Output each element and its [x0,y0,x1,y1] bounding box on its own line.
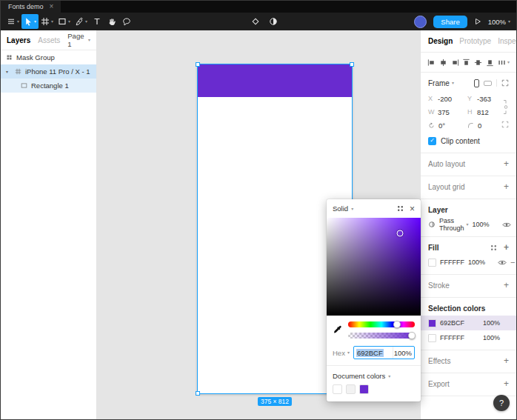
tab-design[interactable]: Design [428,37,453,45]
shape-tool-button[interactable]: ▾ [56,14,73,29]
x-position-input[interactable]: X -200 [428,95,467,103]
align-top-icon[interactable] [462,59,470,67]
move-tool-button[interactable]: ▾ [21,14,39,29]
toolbar: ▾ ▾ ▾ ▾ ▾ [1,13,516,30]
document-tab[interactable]: Fonts demo × [1,1,61,13]
fill-color-swatch[interactable] [428,259,436,267]
color-cursor[interactable] [397,230,404,237]
share-button[interactable]: Share [433,16,467,28]
fill-opacity-input[interactable]: 100% [468,259,494,266]
landscape-orientation-button[interactable] [484,81,492,86]
layer-opacity-input[interactable]: 100% [473,221,498,228]
color-swatch[interactable] [428,319,436,327]
frame-tool-button[interactable]: ▾ [39,14,56,29]
chevron-down-icon: ▾ [85,19,87,24]
frame-tool-icon [41,17,50,26]
portrait-orientation-button[interactable] [474,79,479,87]
close-tab-icon[interactable]: × [50,3,54,10]
present-button[interactable] [474,18,481,25]
selection-colors-section: Selection colors 692BCF 100% FFFFFF 100% [421,298,516,350]
resize-to-fit-button[interactable] [496,79,509,87]
expand-caret-icon[interactable]: ▾ [6,69,11,74]
fill-hex-input[interactable]: FFFFFF [440,259,464,266]
opacity-input[interactable]: 100% [393,347,414,359]
color-swatch[interactable] [428,334,436,342]
auto-layout-section: Auto layout + [421,153,516,176]
text-tool-button[interactable] [90,14,104,29]
export-title: Export [428,380,450,388]
align-right-icon[interactable] [451,59,459,67]
selection-color-row[interactable]: 692BCF 100% [421,316,516,330]
y-position-input[interactable]: Y -363 [467,95,507,103]
height-input[interactable]: H 812 [467,108,507,116]
alpha-slider-thumb[interactable] [408,332,416,339]
zoom-select[interactable]: 100% ▾ [488,18,510,26]
eyedropper-button[interactable] [333,325,342,335]
add-auto-layout-button[interactable]: + [504,159,509,168]
frame-preset-select[interactable]: Frame [428,79,450,87]
add-stroke-button[interactable]: + [504,281,509,290]
layer-name: Mask Group [16,53,55,61]
add-layout-grid-button[interactable]: + [504,182,509,191]
tab-assets[interactable]: Assets [38,36,60,44]
alpha-slider[interactable] [348,333,415,339]
eye-icon[interactable] [498,259,507,266]
align-horizontal-center-icon[interactable] [439,59,447,67]
pen-tool-button[interactable]: ▾ [73,14,90,29]
rotation-input[interactable]: 0° [428,121,467,130]
layer-row-frame[interactable]: ▾ iPhone 11 Pro / X - 1 [1,64,96,79]
layer-row-rectangle[interactable]: Rectangle 1 [1,79,96,93]
add-fill-button[interactable]: + [504,243,509,252]
paint-type-select[interactable]: Solid ▾ [333,204,353,213]
width-input[interactable]: W 375 [428,108,467,116]
avatar[interactable] [414,16,427,28]
independent-corners-button[interactable] [501,121,509,128]
tab-inspect[interactable]: Inspect [498,37,517,45]
distribute-menu-button[interactable]: ▾ [498,59,510,67]
hex-input-row: Hex ▾ 692BCF 100% [327,344,421,365]
chevron-down-icon: ▾ [68,19,70,24]
clip-content-checkbox[interactable]: ✓ [428,137,436,145]
constrain-proportions-button[interactable] [502,98,509,116]
canvas-rectangle[interactable] [197,64,353,97]
stroke-section: Stroke + [421,275,516,298]
close-icon[interactable]: × [410,204,415,213]
add-export-button[interactable]: + [504,379,509,388]
clip-content-row: ✓ Clip content [428,133,509,148]
color-format-select[interactable]: Hex ▾ [333,349,350,357]
remove-fill-button[interactable]: − [510,259,515,267]
layer-row-mask-group[interactable]: Mask Group [1,50,96,64]
color-opacity: 100% [483,319,509,327]
hand-tool-button[interactable] [104,14,119,29]
help-button[interactable]: ? [493,395,510,411]
resize-handle-bottom-left[interactable] [196,391,200,396]
add-effect-button[interactable]: + [504,356,509,365]
align-left-icon[interactable] [427,59,436,67]
comment-tool-button[interactable] [119,14,134,29]
align-vertical-center-icon[interactable] [474,59,482,67]
eye-icon[interactable] [502,221,511,228]
saturation-brightness-area[interactable] [327,218,421,316]
hex-input[interactable]: 692BCF [354,347,393,359]
document-colors-toggle[interactable]: Document colors ▾ [327,366,421,384]
move-cursor-icon [24,17,33,26]
resize-to-fit-icon [501,79,509,87]
tab-prototype[interactable]: Prototype [459,37,491,45]
styles-icon[interactable] [490,244,498,252]
hue-slider-thumb[interactable] [393,321,401,328]
document-color-swatch[interactable] [333,384,342,394]
hue-slider[interactable] [348,321,415,327]
layer-section: Layer Pass Through ▾ 100% [421,199,516,237]
main-menu-button[interactable]: ▾ [4,14,21,29]
page-selector-label: Page 1 [67,32,86,48]
blend-mode-select[interactable]: Pass Through ▾ [439,217,469,232]
document-color-swatch[interactable] [359,384,369,394]
page-selector[interactable]: Page 1 ▾ [67,32,90,48]
mask-icon[interactable] [269,17,278,26]
tab-layers[interactable]: Layers [7,36,30,44]
styles-icon[interactable] [396,204,404,213]
document-color-swatch[interactable] [346,384,356,394]
selection-color-row[interactable]: FFFFFF 100% [428,330,509,345]
align-bottom-icon[interactable] [486,59,494,67]
component-icon[interactable] [251,17,260,26]
